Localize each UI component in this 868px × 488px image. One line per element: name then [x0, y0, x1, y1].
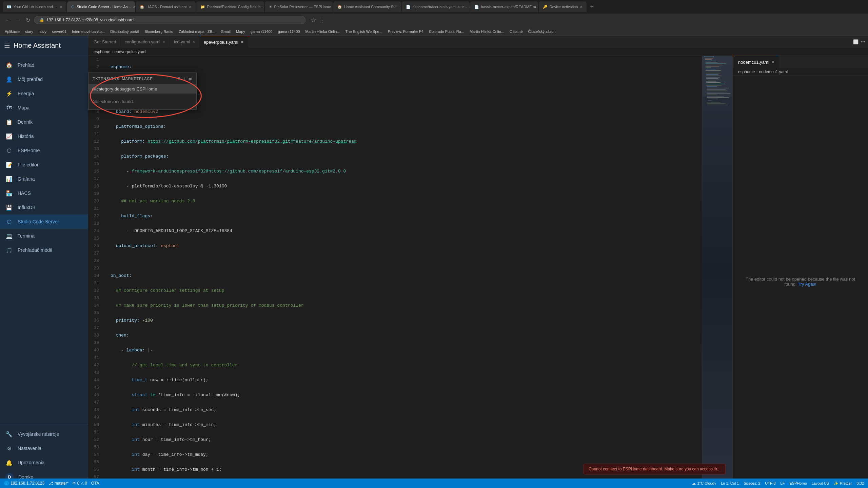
ext-view-icon[interactable]: ☰	[189, 76, 192, 81]
reload-button[interactable]: ↻	[24, 16, 32, 24]
bookmark-martin2[interactable]: Martin Hlinka Onlin...	[468, 29, 506, 34]
sidebar-item-moj-prehlad[interactable]: 👤 Môj prehľad	[0, 72, 88, 86]
editor-tab-lcd[interactable]: lcd.yaml ✕	[170, 36, 200, 48]
ext-search-input[interactable]	[88, 84, 196, 94]
bookmark-gama2[interactable]: gama r11400	[276, 29, 302, 34]
editor-tab-epeverpolus[interactable]: epeverpolus.yaml ✕	[200, 36, 248, 48]
bookmark-citatelsky[interactable]: Čitateľský zázon	[526, 29, 558, 34]
status-spaces[interactable]: Spaces: 2	[744, 481, 760, 485]
tab-close-6[interactable]: ✕	[469, 5, 470, 9]
svg-rect-30	[708, 99, 718, 99]
back-button[interactable]: ←	[4, 16, 12, 24]
sidebar-item-terminal[interactable]: 💻 Terminal	[0, 229, 88, 243]
tab-close-8[interactable]: ✕	[580, 5, 583, 9]
bookmark-banking[interactable]: Internetové banko...	[70, 29, 107, 34]
settings-icon: ⚙	[5, 445, 13, 452]
sidebar-item-settings[interactable]: ⚙ Nastavenia	[0, 441, 88, 455]
url-box[interactable]: 🔒 192.168.1.72:8123/cc/28a08_vscode/dash…	[34, 16, 305, 24]
ext-sort-icon[interactable]: ↕	[184, 76, 186, 81]
status-ip[interactable]: 🌐 192.168.1.72:8123	[4, 481, 44, 486]
try-again-link[interactable]: Try Again	[798, 282, 816, 287]
bookmark-mapy[interactable]: Mapy	[234, 29, 247, 34]
bookmark-gmail[interactable]: Gmail	[219, 29, 233, 34]
status-prettier[interactable]: ✨ Prettier	[834, 481, 852, 486]
breadcrumb-esphome[interactable]: esphome	[94, 49, 110, 54]
editor-split-icon[interactable]: ⬜	[853, 39, 859, 44]
sidebar-item-esphome[interactable]: ⬡ ESPHome	[0, 143, 88, 158]
status-sync[interactable]: ⟳ 0 △ 0	[73, 481, 87, 486]
tab-close-1[interactable]: ✕	[133, 5, 135, 9]
browser-tab-0[interactable]: 📧 Your GitHub launch code - ... ✕	[3, 1, 66, 12]
sidebar-item-media[interactable]: 🎵 Prehľadač médií	[0, 243, 88, 257]
browser-tab-4[interactable]: ☀ PipSolar PV invertor — ESPHome ✕	[265, 1, 333, 12]
browser-menu-icon[interactable]: ⋮	[319, 16, 325, 24]
sidebar-item-energia[interactable]: ⚡ Energia	[0, 86, 88, 101]
status-right: ☁ 1°C Cloudy Ln 1, Col 1 Spaces: 2 UTF-8…	[692, 481, 864, 486]
status-layout[interactable]: Layout US	[812, 481, 829, 485]
editor-tab-configuration[interactable]: configuration.yaml ✕	[120, 36, 170, 48]
right-tab-close[interactable]: ✕	[771, 60, 774, 64]
main-editor[interactable]: 12345 678910 1112131415 1617181920 21222…	[88, 56, 702, 487]
tab-label-lcd: lcd.yaml	[174, 39, 190, 44]
browser-tab-6[interactable]: 📄 esphome/tracer-stats.yaml at tr... ✕	[402, 1, 470, 12]
bookmark-f4[interactable]: Preview: Formuler F4	[386, 29, 426, 34]
bookmark-apps[interactable]: Aplikácie	[3, 29, 22, 34]
editor-more-icon[interactable]: •••	[861, 39, 865, 44]
ext-filter-icon[interactable]: ⚙	[177, 76, 181, 81]
sidebar-item-studio-code-server[interactable]: ⬡ Studio Code Server	[0, 215, 88, 229]
sidebar-item-grafana[interactable]: 📊 Grafana	[0, 172, 88, 186]
sidebar-item-file-editor[interactable]: 📝 File editor	[0, 158, 88, 172]
browser-chrome: 📧 Your GitHub launch code - ... ✕ ⬡ Stud…	[0, 0, 868, 27]
bookmark-martin1[interactable]: Martin Hlinka Onlin...	[303, 29, 342, 34]
bookmark-ostatne[interactable]: Ostatné	[508, 29, 525, 34]
bookmark-novy[interactable]: novy	[37, 29, 48, 34]
bookmark-stary[interactable]: stary	[23, 29, 35, 34]
sidebar-item-historia[interactable]: 📈 História	[0, 129, 88, 143]
bookmark-colorado[interactable]: Colorado Public Ra...	[427, 29, 466, 34]
browser-tab-7[interactable]: 📄 hassis-mecer-expert/README.m... ✕	[470, 1, 538, 12]
bookmark-english[interactable]: The English We Spe...	[343, 29, 384, 34]
breadcrumb-file[interactable]: epeverpolus.yaml	[114, 49, 146, 54]
browser-tab-3[interactable]: 📁 Plazivec/Plazivec: Config files fo... …	[196, 1, 264, 12]
status-ota[interactable]: OTA	[91, 481, 99, 486]
status-position[interactable]: Ln 1, Col 1	[721, 481, 739, 485]
bookmark-star-icon[interactable]: ☆	[311, 16, 316, 24]
sidebar-item-hacs[interactable]: 🏪 HACS	[0, 186, 88, 200]
bookmark-distribucny[interactable]: Distribučný portál	[108, 29, 141, 34]
svg-rect-32	[707, 102, 721, 103]
forward-button[interactable]: →	[14, 16, 22, 24]
status-branch[interactable]: ⎇ master*	[48, 481, 68, 486]
bookmark-mapa[interactable]: Základná mapa | ZB...	[177, 29, 217, 34]
bookmarks-bar: Aplikácie stary novy server01 Internetov…	[0, 27, 868, 36]
ha-menu-button[interactable]: ☰	[4, 41, 10, 49]
sidebar-item-mapa[interactable]: 🗺 Mapa	[0, 101, 88, 115]
tab-close-epeverpolus[interactable]: ✕	[240, 40, 243, 44]
bookmark-gama1[interactable]: gama r11400	[249, 29, 275, 34]
ext-header-actions: ⚙ ↕ ☰	[177, 76, 192, 81]
status-position-text: Ln 1, Col 1	[721, 481, 739, 485]
tab-close-configuration[interactable]: ✕	[162, 40, 165, 44]
browser-tab-5[interactable]: 🏠 Home Assistant Community Sto... ✕	[333, 1, 401, 12]
bookmark-bloomberg[interactable]: Bloomberg Radio	[142, 29, 175, 34]
browser-tab-8[interactable]: 🔑 Device Activation ✕	[539, 1, 587, 12]
sidebar-item-developer-tools[interactable]: 🔧 Vývojárske nástroje	[0, 427, 88, 441]
browser-tab-1[interactable]: ⬡ Studio Code Server - Home As... ✕	[67, 1, 135, 12]
right-panel-tab-nodemcu[interactable]: nodemcu1.yaml ✕	[734, 56, 779, 68]
status-eol[interactable]: LF	[781, 481, 785, 485]
status-language[interactable]: ESPHome	[789, 481, 807, 485]
browser-tab-2[interactable]: 🏠 HACS - Domaci asistent ✕	[136, 1, 196, 12]
status-encoding[interactable]: UTF-8	[765, 481, 775, 485]
tab-favicon-7: 📄	[474, 5, 479, 9]
tab-close-0[interactable]: ✕	[60, 5, 62, 9]
sidebar-item-influxdb[interactable]: 💾 InfluxDB	[0, 200, 88, 215]
tab-close-lcd[interactable]: ✕	[192, 40, 195, 44]
status-ota-text: OTA	[91, 481, 99, 486]
editor-tab-get-started[interactable]: Get Started	[90, 36, 120, 48]
sidebar-item-notifications[interactable]: 🔔 Upozornenia	[0, 455, 88, 470]
tab-label-1: Studio Code Server - Home As...	[77, 5, 131, 9]
bookmark-server01[interactable]: server01	[50, 29, 68, 34]
sidebar-item-prehladoverviewItem[interactable]: 🏠 Prehľad	[0, 58, 88, 72]
sidebar-item-dennik[interactable]: 📋 Denník	[0, 115, 88, 129]
new-tab-button[interactable]: +	[587, 3, 596, 11]
tab-close-2[interactable]: ✕	[189, 5, 192, 9]
